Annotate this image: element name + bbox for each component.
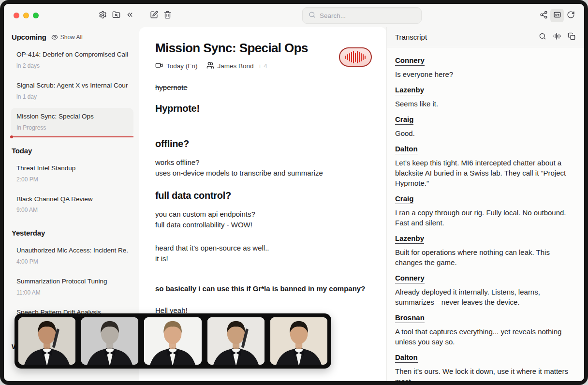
sidebar-item[interactable]: Summarization Protocol Tuning11:00 AM: [11, 273, 133, 302]
speaker-text: I ran a copy through our rig. Fully loca…: [395, 207, 574, 228]
share-button[interactable]: [537, 9, 550, 22]
speaker-name[interactable]: Lazenby: [395, 86, 424, 95]
search-input[interactable]: Search...: [302, 7, 422, 24]
waveform-bar: [353, 51, 354, 63]
sidebar-item-subtitle: 11:00 AM: [16, 289, 128, 296]
sidebar-item-title: Mission Sync: Special Ops: [16, 113, 128, 121]
sidebar-item[interactable]: Black Channel QA Review9:00 AM: [11, 191, 133, 220]
toolbar: Search...: [4, 4, 584, 27]
speaker-text: Good.: [395, 128, 574, 138]
show-all-label: Show All: [60, 34, 83, 41]
note-block-strike: hypernote: [155, 83, 370, 91]
transcript-audio-button[interactable]: [550, 30, 564, 44]
transcript-entry: BrosnanA tool that captures everything..…: [395, 313, 574, 347]
note-title[interactable]: Mission Sync: Special Ops: [155, 41, 370, 56]
transcript-entry: ConneryIs everyone here?: [395, 56, 574, 79]
search-icon: [539, 32, 546, 42]
transcript-title: Transcript: [395, 33, 536, 41]
sidebar-item[interactable]: Threat Intel Standup2:00 PM: [11, 160, 133, 189]
widget-panel-icon: [553, 11, 561, 21]
speaker-name[interactable]: Connery: [395, 56, 425, 66]
minimize-window-button[interactable]: [23, 13, 29, 18]
speaker-text: Let’s keep this tight. MI6 intercepted c…: [395, 158, 574, 188]
note-block-spacer: [155, 114, 370, 127]
search-placeholder: Search...: [320, 12, 346, 19]
speaker-photo-brosnan[interactable]: [207, 317, 265, 365]
speaker-name[interactable]: Craig: [395, 194, 413, 204]
sidebar-item-title: Unauthorized Mic Access: Incident Re...: [16, 247, 128, 255]
search-icon: [309, 11, 316, 20]
sync-button[interactable]: [564, 9, 577, 22]
sidebar-item-subtitle: In Progress: [16, 124, 128, 131]
transcript-entry: CraigGood.: [395, 115, 574, 138]
collapse-sidebar-button[interactable]: [123, 9, 136, 22]
note-body[interactable]: hypernoteHyprnote!offline?works offline?…: [155, 83, 370, 316]
note-block-bold: so basically i can use this if Gr*la is …: [155, 284, 370, 293]
waveform-bar: [351, 52, 353, 62]
settings-button[interactable]: [96, 9, 109, 22]
meeting-date[interactable]: Today (Fri): [155, 61, 198, 71]
speaker-photo-strip: [15, 313, 331, 369]
transcript-header: Transcript: [386, 27, 584, 47]
transcript-entry: ConneryAlready deployed it internally. L…: [395, 274, 574, 307]
window-controls: [14, 13, 39, 18]
speaker-name[interactable]: Lazenby: [395, 234, 424, 244]
settings-icon: [99, 11, 107, 21]
sidebar-section-title: Today: [4, 139, 139, 160]
attendees[interactable]: James Bond + 4: [206, 61, 267, 71]
zoom-window-button[interactable]: [33, 13, 39, 18]
close-window-button[interactable]: [14, 13, 19, 18]
speaker-text: Is everyone here?: [395, 69, 574, 79]
sidebar-toolbar-group: [96, 4, 136, 27]
new-note-button[interactable]: [147, 9, 161, 22]
speaker-photo-craig[interactable]: [144, 317, 201, 365]
sidebar-item[interactable]: Signal Scrub: Agent X vs Internal Coun..…: [11, 77, 133, 106]
widget-panel-button[interactable]: [550, 9, 564, 22]
speaker-text: A tool that captures everything... yet r…: [395, 326, 574, 347]
sidebar-item[interactable]: OP-414: Debrief on Compromised Callin 2 …: [11, 46, 133, 75]
transcript-search-button[interactable]: [536, 30, 549, 44]
speaker-name[interactable]: Brosnan: [395, 313, 425, 323]
sidebar-item[interactable]: Mission Sync: Special OpsIn Progress: [11, 108, 133, 137]
share-icon: [540, 11, 548, 21]
transcript-entry: DaltonThen it’s ours. We lock it down, u…: [395, 353, 574, 381]
trash-icon: [163, 11, 172, 21]
sidebar-item[interactable]: Unauthorized Mic Access: Incident Re...4…: [11, 242, 133, 271]
sidebar-item-title: Signal Scrub: Agent X vs Internal Coun..…: [16, 82, 128, 90]
speaker-name[interactable]: Dalton: [395, 353, 418, 363]
sidebar-item-title: Threat Intel Standup: [16, 164, 128, 173]
waveform-bar: [361, 53, 362, 61]
copy-icon: [568, 32, 575, 42]
waveform-bar: [357, 51, 358, 63]
note-block-h2: full data control?: [155, 190, 370, 201]
new-note-icon: [150, 11, 158, 21]
speaker-name[interactable]: Connery: [395, 274, 425, 283]
app-window: Search... Upcoming Show AllOP-414: Debri…: [0, 0, 588, 385]
right-toolbar-group: [537, 4, 577, 27]
users-icon: [206, 61, 214, 71]
note-block-p: heard that it's open-source as well..it …: [155, 243, 370, 264]
sidebar-item-subtitle: in 1 day: [16, 93, 128, 100]
folder-search-button[interactable]: [109, 9, 123, 22]
transcript-copy-button[interactable]: [565, 30, 578, 44]
speaker-photo-connery[interactable]: [18, 317, 75, 365]
recording-button[interactable]: [339, 47, 372, 67]
sidebar-item-title: Summarization Protocol Tuning: [16, 278, 128, 286]
waveform-bar: [347, 54, 349, 60]
waveform-bar: [349, 53, 351, 61]
transcript-body: ConneryIs everyone here?LazenbySeems lik…: [386, 47, 584, 381]
delete-note-button[interactable]: [161, 9, 174, 22]
speaker-name[interactable]: Craig: [395, 115, 413, 125]
speaker-text: Then it’s ours. We lock it down, use it …: [395, 366, 574, 381]
speaker-text: Built for operations where nothing can l…: [395, 247, 574, 267]
speaker-photo-lazenby[interactable]: [81, 317, 138, 365]
show-all-button[interactable]: Show All: [51, 34, 83, 41]
sidebar-item-subtitle: 9:00 AM: [16, 207, 128, 213]
speaker-name[interactable]: Dalton: [395, 145, 418, 154]
waveform-bar: [345, 56, 347, 59]
speaker-photo-dalton[interactable]: [270, 317, 327, 365]
sidebar-item-subtitle: 2:00 PM: [16, 176, 128, 183]
note-block-p: works offline?uses on-device models to t…: [155, 157, 370, 178]
sidebar-section-title: Upcoming: [12, 33, 46, 41]
attendees-extra-count: + 4: [258, 62, 267, 70]
